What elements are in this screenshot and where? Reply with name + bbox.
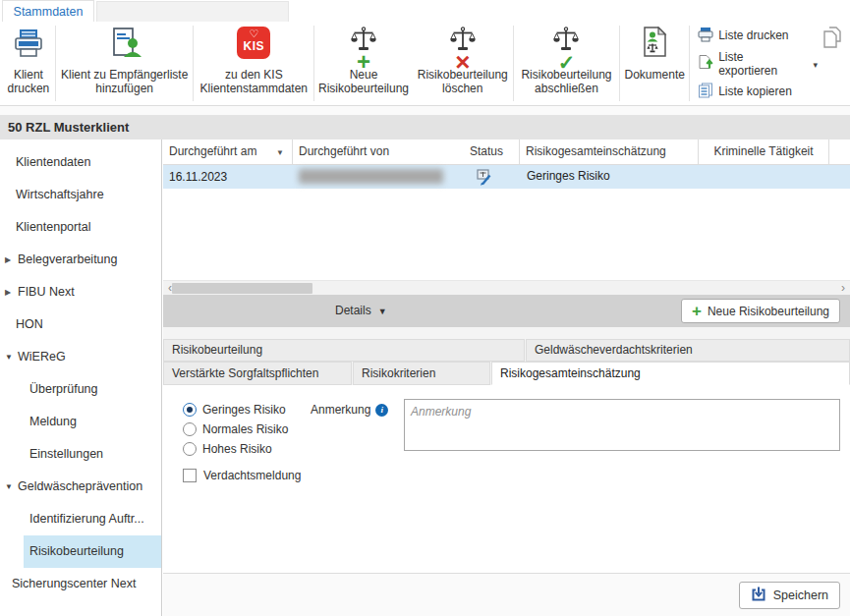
- expand-arrow-icon[interactable]: [5, 471, 18, 503]
- column-header-durchgefuehrt-von[interactable]: Durchgeführt von: [293, 140, 430, 164]
- new-risk-assessment-button[interactable]: + Neue Risikobeurteilung: [314, 22, 413, 105]
- ribbon-lower-strip: [0, 106, 850, 115]
- print-list-button[interactable]: Liste drucken: [698, 27, 818, 45]
- tab-risikobeurteilung[interactable]: Risikobeurteilung: [163, 339, 525, 362]
- expand-arrow-icon[interactable]: [5, 341, 18, 373]
- scroll-right-icon[interactable]: ›: [836, 281, 850, 296]
- details-bar: Details + Neue Risikobeurteilung: [163, 295, 850, 327]
- chevron-down-icon: [371, 304, 387, 317]
- button-label: Klient zu Empfängerliste hinzufügen: [61, 68, 188, 95]
- export-icon: [698, 54, 713, 73]
- sidebar-item-klientendaten[interactable]: Klientendaten: [0, 146, 161, 179]
- pages-icon[interactable]: [822, 26, 842, 52]
- sidebar-item-meldung[interactable]: Meldung: [0, 406, 161, 438]
- collapse-arrow-icon[interactable]: [5, 276, 18, 308]
- column-header-risikogesamteinschaetzung[interactable]: Risikogesamteinschätzung: [520, 140, 699, 164]
- tabstrip-empty-area: [96, 1, 289, 22]
- tab-verstaerkte-sorgfaltspflichten[interactable]: Verstärkte Sorgfaltspflichten: [163, 362, 352, 385]
- copy-icon: [698, 83, 713, 101]
- grid-header: Durchgeführt am Durchgeführt von Status …: [163, 140, 850, 165]
- column-header-durchgefuehrt-am[interactable]: Durchgeführt am: [163, 140, 293, 164]
- documents-button[interactable]: Dokumente: [620, 22, 689, 105]
- document-icon: [642, 27, 668, 66]
- info-icon[interactable]: [375, 404, 388, 417]
- radio-icon: [183, 442, 197, 456]
- sidebar-item-fibu-next[interactable]: FIBU Next: [0, 276, 161, 308]
- chevron-down-icon[interactable]: [811, 57, 819, 71]
- column-header-kriminelle-taetigkeit[interactable]: Kriminelle Tätigkeit: [699, 140, 829, 164]
- sidebar-item-risikobeurteilung[interactable]: Risikobeurteilung: [24, 535, 161, 568]
- radio-icon: [183, 403, 197, 417]
- scale-check-icon: ✓: [553, 27, 579, 66]
- sidebar-item-sicherungscenter-next[interactable]: Sicherungscenter Next: [0, 568, 161, 600]
- cell-durchgefuehrt-von-redacted: [299, 169, 443, 184]
- sidebar-item-wiereg[interactable]: WiEReG: [0, 341, 161, 373]
- tab-stammdaten[interactable]: Stammdaten: [2, 0, 94, 22]
- risk-assessment-panel: Geringes Risiko Normales Risiko Hohes Ri…: [163, 385, 850, 573]
- radio-geringes-risiko[interactable]: Geringes Risiko: [183, 402, 288, 417]
- scrollbar-thumb[interactable]: [172, 283, 312, 294]
- export-list-button[interactable]: Liste exportieren: [698, 50, 818, 78]
- list-action-label: Liste exportieren: [718, 50, 805, 78]
- delete-risk-assessment-button[interactable]: × Risikobeurteilung löschen: [413, 22, 513, 105]
- ribbon-tabstrip: Stammdaten: [0, 0, 850, 22]
- scale-plus-icon: +: [351, 27, 376, 66]
- sidebar-item-klientenportal[interactable]: Klientenportal: [0, 211, 161, 244]
- risk-radio-group: Geringes Risiko Normales Risiko Hohes Ri…: [183, 402, 288, 456]
- anmerkung-label: Anmerkung: [311, 403, 388, 417]
- save-button[interactable]: Speichern: [739, 582, 840, 609]
- copy-list-button[interactable]: Liste kopieren: [698, 83, 818, 101]
- checkbox-verdachtsmeldung[interactable]: Verdachtsmeldung: [183, 469, 301, 482]
- delete-x-icon: ×: [455, 49, 470, 75]
- radio-hohes-risiko[interactable]: Hohes Risiko: [183, 441, 288, 456]
- sidebar-item-identifizierung-auftraggeber[interactable]: Identifizierung Auftr...: [0, 503, 161, 535]
- detail-tabs-zone: Risikobeurteilung Geldwäscheverdachtskri…: [163, 327, 850, 385]
- heart-icon: ♡: [237, 28, 270, 39]
- tab-geldwaescheverdachtskriterien[interactable]: Geldwäscheverdachtskriterien: [526, 339, 850, 362]
- kis-client-master-data-button[interactable]: ♡ KIS zu den KIS Klientenstammdaten: [194, 22, 313, 105]
- client-header: 50 RZL Musterklient: [0, 115, 850, 140]
- client-add-to-list-icon: [107, 27, 142, 66]
- sidebar-item-einstellungen[interactable]: Einstellungen: [0, 438, 161, 471]
- add-client-to-recipient-list-button[interactable]: Klient zu Empfängerliste hinzufügen: [56, 22, 194, 105]
- finish-risk-assessment-button[interactable]: ✓ Risikobeurteilung abschließen: [514, 22, 620, 105]
- button-label: Klient drucken: [8, 68, 50, 95]
- plus-icon: +: [692, 303, 702, 319]
- sidebar-navigation: Klientendaten Wirtschaftsjahre Klientenp…: [0, 140, 162, 616]
- sidebar-item-ueberpruefung[interactable]: Überprüfung: [0, 373, 161, 406]
- plus-icon: +: [357, 50, 370, 74]
- column-header-status[interactable]: Status: [430, 140, 520, 164]
- print-client-button[interactable]: Klient drucken: [2, 22, 55, 105]
- list-actions-group: Liste drucken Liste exportieren: [690, 22, 822, 105]
- cell-risikogesamteinschaetzung: Geringes Risiko: [527, 169, 610, 183]
- panel-footer: Speichern: [163, 573, 850, 616]
- table-row[interactable]: 16.11.2023 Geringes Risiko: [163, 165, 850, 189]
- tab-risikogesamteinschaetzung[interactable]: Risikogesamteinschätzung: [491, 362, 850, 385]
- new-risk-assessment-inline-button[interactable]: + Neue Risikobeurteilung: [681, 299, 840, 323]
- sidebar-item-geldwaeschepraevention[interactable]: Geldwäscheprävention: [0, 471, 161, 503]
- main-content: Durchgeführt am Durchgeführt von Status …: [163, 140, 850, 616]
- save-icon: [751, 587, 766, 605]
- list-action-label: Liste kopieren: [718, 84, 792, 98]
- check-icon: ✓: [558, 52, 576, 73]
- sidebar-item-belegverarbeitung[interactable]: Belegverarbeitung: [0, 244, 161, 276]
- anmerkung-textarea[interactable]: [404, 399, 840, 451]
- printer-icon: [12, 27, 45, 66]
- radio-normales-risiko[interactable]: Normales Risiko: [183, 421, 288, 436]
- checkbox-icon: [183, 469, 197, 482]
- tab-risikokriterien[interactable]: Risikokriterien: [353, 362, 490, 385]
- sidebar-item-hon[interactable]: HON: [0, 308, 161, 341]
- list-action-label: Liste drucken: [718, 28, 788, 42]
- collapse-arrow-icon[interactable]: [5, 244, 18, 276]
- horizontal-scrollbar[interactable]: ‹ ›: [163, 280, 850, 295]
- cell-durchgefuehrt-am: 16.11.2023: [163, 170, 233, 184]
- button-label: zu den KIS Klientenstammdaten: [200, 68, 308, 95]
- sidebar-item-wirtschaftsjahre[interactable]: Wirtschaftsjahre: [0, 179, 161, 211]
- printer-small-icon: [698, 27, 713, 45]
- ribbon-toolbar: Klient drucken Klient zu Empfängerliste …: [0, 22, 850, 106]
- scale-edit-icon: [476, 168, 493, 189]
- kis-icon: ♡ KIS: [237, 27, 270, 66]
- radio-icon: [183, 422, 197, 436]
- details-toggle[interactable]: Details: [335, 295, 387, 327]
- scale-delete-icon: ×: [450, 27, 476, 66]
